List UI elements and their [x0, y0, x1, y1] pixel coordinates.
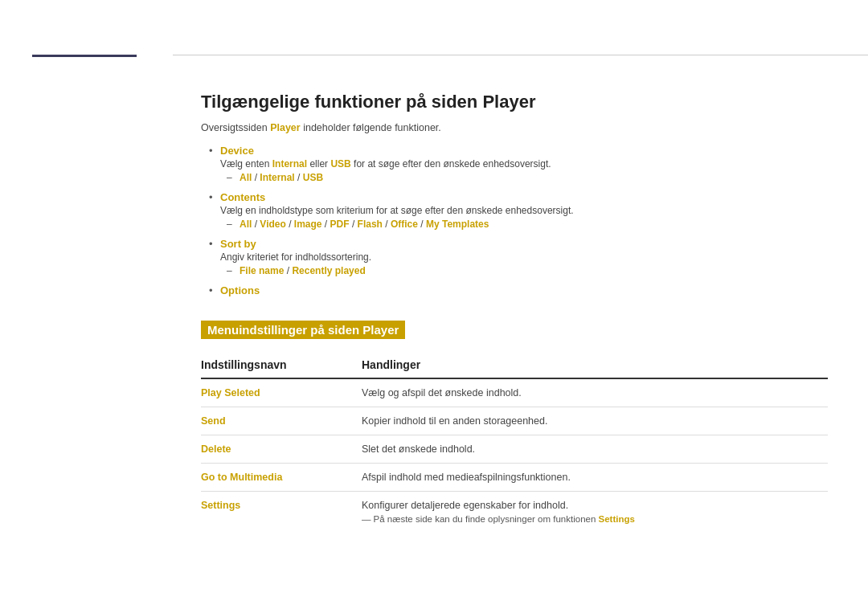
contents-sub-list: All / Video / Image / PDF / Flash / Offi… — [227, 219, 828, 230]
row-name-settings: Settings — [201, 492, 362, 533]
row-action-delete: Slet det ønskede indhold. — [362, 435, 828, 464]
table-row: Play Seleted Vælg og afspil det ønskede … — [201, 378, 828, 407]
col-header-action: Handlinger — [362, 353, 828, 378]
page-title: Tilgængelige funktioner på siden Player — [201, 92, 828, 112]
contents-desc: Vælg en indholdstype som kriterium for a… — [220, 205, 828, 216]
contents-title: Contents — [220, 191, 265, 203]
menu-heading-text: Menuindstillinger på siden Player — [201, 321, 405, 339]
list-item-contents: Contents Vælg en indholdstype som kriter… — [209, 191, 828, 230]
table-row: Settings Konfigurer detaljerede egenskab… — [201, 492, 828, 533]
row-action-play-selected: Vælg og afspil det ønskede indhold. — [362, 378, 828, 407]
list-item-options: Options — [209, 284, 828, 296]
device-desc: Vælg enten Internal eller USB for at søg… — [220, 158, 828, 170]
row-name-send: Send — [201, 407, 362, 435]
device-internal: Internal — [272, 158, 307, 170]
device-sub-list: All / Internal / USB — [227, 172, 828, 183]
row-name-play-selected: Play Seleted — [201, 378, 362, 407]
settings-note-highlight: Settings — [599, 514, 635, 524]
settings-table: Indstillingsnavn Handlinger Play Seleted… — [201, 353, 828, 532]
menu-section-heading: Menuindstillinger på siden Player — [201, 304, 828, 353]
table-row: Delete Slet det ønskede indhold. — [201, 435, 828, 464]
intro-player-highlight: Player — [270, 122, 301, 133]
intro-paragraph: Oversigtssiden Player indeholder følgend… — [201, 122, 828, 133]
col-header-name: Indstillingsnavn — [201, 353, 362, 378]
contents-sub-item: All / Video / Image / PDF / Flash / Offi… — [227, 219, 828, 230]
sort-by-sub-list: File name / Recently played — [227, 265, 828, 276]
intro-text-after: indeholder følgende funktioner. — [301, 122, 441, 133]
row-name-delete: Delete — [201, 435, 362, 464]
settings-note: —På næste side kan du finde oplysninger … — [362, 514, 828, 524]
row-action-go-to-multimedia: Afspil indhold med medieafspilningsfunkt… — [362, 464, 828, 492]
table-header-row: Indstillingsnavn Handlinger — [201, 353, 828, 378]
intro-text-before: Oversigtssiden — [201, 122, 270, 133]
left-sidebar — [0, 0, 173, 613]
device-title: Device — [220, 145, 254, 157]
table-row: Send Kopier indhold til en anden storage… — [201, 407, 828, 435]
row-action-send: Kopier indhold til en anden storageenhed… — [362, 407, 828, 435]
sort-by-desc: Angiv kriteriet for indholdssortering. — [220, 251, 828, 263]
list-item-sort-by: Sort by Angiv kriteriet for indholdssort… — [209, 238, 828, 276]
features-list: Device Vælg enten Internal eller USB for… — [209, 145, 828, 296]
device-sub-item: All / Internal / USB — [227, 172, 828, 183]
sidebar-decoration-line — [32, 55, 137, 57]
settings-action-text: Konfigurer detaljerede egenskaber for in… — [362, 500, 828, 511]
row-action-settings: Konfigurer detaljerede egenskaber for in… — [362, 492, 828, 533]
row-name-go-to-multimedia: Go to Multimedia — [201, 464, 362, 492]
options-title: Options — [220, 284, 260, 296]
sort-by-title: Sort by — [220, 238, 256, 250]
table-row: Go to Multimedia Afspil indhold med medi… — [201, 464, 828, 492]
list-item-device: Device Vælg enten Internal eller USB for… — [209, 145, 828, 183]
sort-by-sub-item: File name / Recently played — [227, 265, 828, 276]
device-usb: USB — [330, 158, 350, 170]
